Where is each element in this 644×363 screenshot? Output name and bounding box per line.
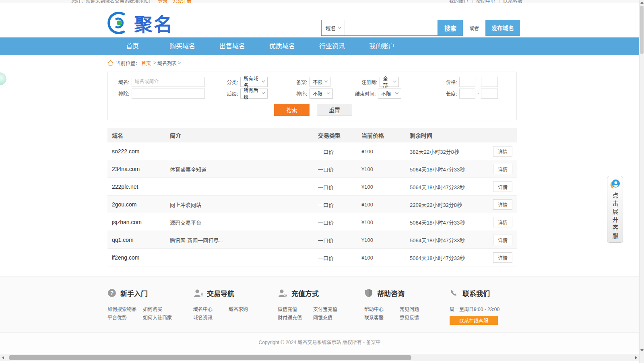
chevron-down-icon	[393, 79, 396, 82]
logo-icon	[107, 11, 131, 35]
footer-link[interactable]: 微信充值	[278, 305, 297, 312]
filter-exclude-input[interactable]	[132, 89, 205, 99]
scroll-left-arrow-icon[interactable]	[2, 356, 4, 359]
nav-item-industry-news[interactable]: 行业资讯	[307, 37, 357, 55]
search-input[interactable]	[345, 20, 438, 35]
contact-online-service-button[interactable]: 联系在线客服	[450, 316, 498, 325]
footer-link[interactable]: 如何入驻商家	[143, 314, 172, 321]
filter-length-max-input[interactable]	[481, 89, 498, 99]
filter-endtime-label: 结束时间:	[355, 90, 376, 97]
nav-item-my-account[interactable]: 我的账户	[357, 37, 407, 55]
scroll-up-arrow-icon[interactable]	[640, 2, 644, 4]
publish-domain-button[interactable]: 发布域名	[485, 20, 520, 36]
topbar-link-account[interactable]: 我的账户	[449, 0, 469, 3]
breadcrumb-separator: >	[178, 60, 181, 66]
footer-link[interactable]: 域名求购	[229, 305, 248, 312]
filter-suffix-select[interactable]: 所有后缀	[240, 89, 268, 99]
login-link[interactable]: 登录	[158, 0, 167, 3]
detail-button[interactable]: 详情	[493, 164, 512, 174]
chevron-down-icon	[324, 79, 328, 82]
footer-col-help: 帮助咨询 帮助中心 常见问题 联系客服 意见反馈	[364, 288, 441, 305]
domain-name[interactable]: jsjzhan.com	[112, 219, 142, 225]
detail-button[interactable]: 详情	[493, 217, 512, 227]
domain-name[interactable]: 2gou.com	[112, 201, 136, 208]
filter-reset-button[interactable]: 重置	[317, 104, 352, 116]
header-search-button[interactable]: 搜索	[438, 20, 463, 36]
col-header-intro: 简介	[170, 131, 181, 139]
col-header-type: 交易类型	[318, 131, 341, 139]
separator: |	[472, 0, 473, 3]
detail-button[interactable]: 详情	[493, 182, 512, 192]
table-header-row: 域名 简介 交易类型 当前价格 剩余时间	[107, 128, 517, 142]
topbar-link-help[interactable]: 帮助中心	[476, 0, 495, 3]
footer-col-title: 交易导航	[207, 288, 234, 298]
left-floating-bubble[interactable]	[0, 72, 6, 85]
detail-button[interactable]: 详情	[493, 252, 512, 263]
footer-link[interactable]: 帮助中心	[364, 305, 384, 312]
horizontal-scrollbar[interactable]	[0, 354, 639, 361]
footer-col-beginner: ? 新手入门 如何搜索物品 如何购买 平台优势 如何入驻商家	[107, 288, 184, 305]
footer-link[interactable]: 联系客服	[364, 314, 384, 321]
topbar-link-contact[interactable]: 联系客服	[503, 0, 522, 3]
trade-type: 一口价	[318, 254, 334, 261]
nav-item-sell-domain[interactable]: 出售域名	[207, 37, 257, 55]
domain-intro: 腾讯网-新闻一网打尽...	[170, 236, 223, 243]
nav-item-home[interactable]: 首页	[107, 37, 157, 55]
scroll-down-arrow-icon[interactable]	[640, 349, 644, 351]
nav-item-premium-domain[interactable]: 优质域名	[257, 37, 307, 55]
person-arrow-icon	[278, 289, 287, 297]
domain-name[interactable]: so222.com	[112, 148, 139, 155]
filter-sort-select[interactable]: 不限	[310, 89, 333, 99]
nav-item-buy-domain[interactable]: 购买域名	[157, 37, 207, 55]
footer-col-contact: 联系我们 周一至周日9:00 - 23:00 联系在线客服	[450, 288, 500, 325]
trade-type: 一口价	[318, 200, 334, 208]
customer-service-tab[interactable]: 点击展开客服	[607, 176, 623, 243]
footer-link[interactable]: 域名中心	[193, 305, 213, 312]
register-link[interactable]: 免费注册	[172, 0, 192, 3]
vertical-scrollbar-thumb[interactable]	[640, 6, 644, 54]
domain-name[interactable]: if2eng.com	[112, 254, 139, 261]
footer-link[interactable]: 支付宝充值	[313, 305, 337, 312]
vertical-scrollbar[interactable]	[639, 0, 644, 363]
scroll-right-arrow-icon[interactable]	[635, 356, 637, 359]
filter-domain-input[interactable]	[132, 77, 205, 87]
table-row: jsjzhan.com 源码交易平台 一口价 ¥100 5064天18小时47分…	[107, 213, 517, 231]
detail-button[interactable]: 详情	[493, 146, 512, 157]
filter-endtime-select[interactable]: 不限	[378, 89, 401, 99]
footer-link[interactable]: 网银充值	[313, 314, 332, 321]
footer-link[interactable]: 常见问题	[400, 305, 419, 312]
detail-button[interactable]: 详情	[493, 235, 512, 245]
breadcrumb-label: 当前位置：	[116, 60, 140, 66]
site-logo[interactable]: 聚名	[107, 10, 173, 36]
detail-button[interactable]: 详情	[493, 199, 512, 210]
filter-search-button[interactable]: 搜索	[274, 104, 310, 116]
search-type-select[interactable]: 域名	[322, 20, 345, 35]
filter-endtime-value: 不限	[381, 90, 391, 97]
footer-link[interactable]: 如何购买	[143, 305, 162, 312]
footer-link[interactable]: 平台优势	[107, 314, 127, 321]
filter-price-max-input[interactable]	[481, 77, 498, 87]
customer-service-tab-text: 点击展开客服	[611, 192, 619, 241]
filter-category-select[interactable]: 所有域名	[240, 77, 268, 87]
filter-price-label: 价格:	[446, 78, 457, 85]
domain-name[interactable]: 234na.com	[112, 166, 140, 172]
filter-beian-select[interactable]: 不限	[310, 77, 330, 87]
time-remaining: 2209天22小时32分8秒	[410, 200, 462, 208]
domain-name[interactable]: 222ple.net	[112, 184, 138, 190]
footer-link[interactable]: 如何搜索物品	[107, 305, 136, 312]
domain-intro: 网上冲浪网站	[170, 200, 201, 208]
filter-length-min-input[interactable]	[459, 89, 475, 99]
filter-price-min-input[interactable]	[459, 77, 475, 87]
col-header-price: 当前价格	[361, 131, 384, 139]
horizontal-scrollbar-thumb[interactable]	[9, 355, 411, 360]
breadcrumb: 当前位置： 首页 > 域名列表 >	[107, 59, 182, 66]
domain-name[interactable]: qq1.com	[112, 237, 134, 243]
footer-link[interactable]: 意见反馈	[400, 314, 419, 321]
filter-registrar-select[interactable]: 全部	[380, 77, 399, 87]
person-yuan-icon: ¥	[193, 289, 203, 297]
breadcrumb-home-link[interactable]: 首页	[141, 60, 151, 66]
footer-link[interactable]: 域名资讯	[193, 314, 213, 321]
footer-col-trade-nav: ¥ 交易导航 域名中心 域名求购 域名资讯	[193, 288, 270, 305]
footer-link[interactable]: 财付通充值	[278, 314, 302, 321]
time-remaining: 5064天18小时47分33秒	[410, 218, 465, 226]
